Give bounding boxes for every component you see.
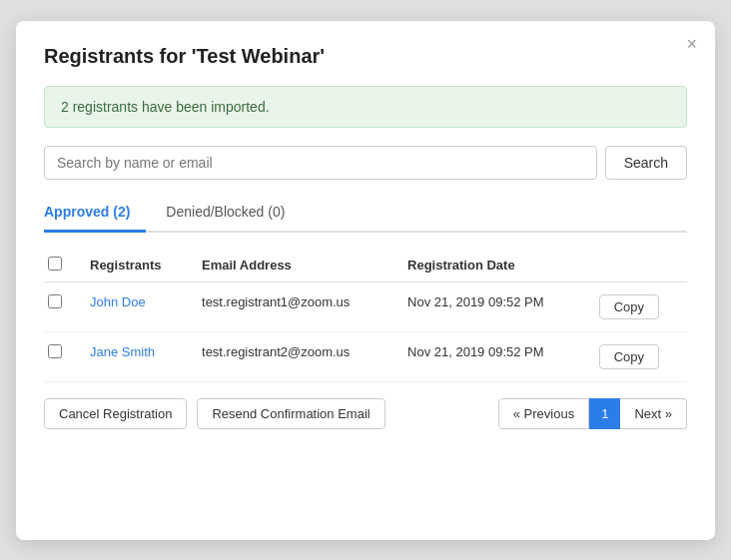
row1-checkbox[interactable] bbox=[48, 294, 62, 308]
pagination: « Previous 1 Next » bbox=[498, 398, 687, 429]
search-button[interactable]: Search bbox=[605, 146, 687, 180]
row2-email-cell: test.registrant2@zoom.us bbox=[192, 331, 397, 381]
table-row: John Doe test.registrant1@zoom.us Nov 21… bbox=[44, 281, 687, 331]
tabs-container: Approved (2) Denied/Blocked (0) bbox=[44, 196, 687, 233]
row1-copy-button[interactable]: Copy bbox=[599, 294, 659, 319]
col-date: Registration Date bbox=[397, 249, 589, 282]
col-registrants: Registrants bbox=[80, 249, 192, 282]
next-page-button[interactable]: Next » bbox=[620, 398, 687, 429]
tab-denied[interactable]: Denied/Blocked (0) bbox=[166, 196, 301, 233]
action-buttons-group: Cancel Registration Resend Confirmation … bbox=[44, 398, 385, 429]
row2-date-cell: Nov 21, 2019 09:52 PM bbox=[397, 331, 589, 381]
current-page-indicator[interactable]: 1 bbox=[589, 398, 620, 429]
row1-name-cell: John Doe bbox=[80, 281, 192, 331]
modal-title: Registrants for 'Test Webinar' bbox=[44, 45, 687, 68]
row2-checkbox-cell bbox=[44, 331, 80, 381]
row1-name-link[interactable]: John Doe bbox=[90, 294, 146, 309]
search-input[interactable] bbox=[44, 146, 597, 180]
resend-email-button[interactable]: Resend Confirmation Email bbox=[197, 398, 384, 429]
cancel-registration-button[interactable]: Cancel Registration bbox=[44, 398, 187, 429]
col-email: Email Address bbox=[192, 249, 397, 282]
row1-checkbox-cell bbox=[44, 281, 80, 331]
col-actions bbox=[589, 249, 687, 282]
modal-container: × Registrants for 'Test Webinar' 2 regis… bbox=[16, 21, 715, 540]
close-button[interactable]: × bbox=[686, 35, 697, 53]
previous-page-button[interactable]: « Previous bbox=[498, 398, 589, 429]
select-all-checkbox[interactable] bbox=[48, 257, 62, 271]
row2-name-link[interactable]: Jane Smith bbox=[90, 344, 155, 359]
table-row: Jane Smith test.registrant2@zoom.us Nov … bbox=[44, 331, 687, 381]
row2-copy-button[interactable]: Copy bbox=[599, 344, 659, 369]
search-row: Search bbox=[44, 146, 687, 180]
registrants-table: Registrants Email Address Registration D… bbox=[44, 249, 687, 382]
success-alert: 2 registrants have been imported. bbox=[44, 86, 687, 128]
tab-approved[interactable]: Approved (2) bbox=[44, 196, 146, 233]
row1-copy-cell: Copy bbox=[589, 281, 687, 331]
col-checkbox bbox=[44, 249, 80, 282]
alert-message: 2 registrants have been imported. bbox=[61, 99, 270, 115]
row1-email-cell: test.registrant1@zoom.us bbox=[192, 281, 397, 331]
row2-name-cell: Jane Smith bbox=[80, 331, 192, 381]
row2-copy-cell: Copy bbox=[589, 331, 687, 381]
actions-row: Cancel Registration Resend Confirmation … bbox=[44, 398, 687, 429]
row2-checkbox[interactable] bbox=[48, 344, 62, 358]
row1-date-cell: Nov 21, 2019 09:52 PM bbox=[397, 281, 589, 331]
